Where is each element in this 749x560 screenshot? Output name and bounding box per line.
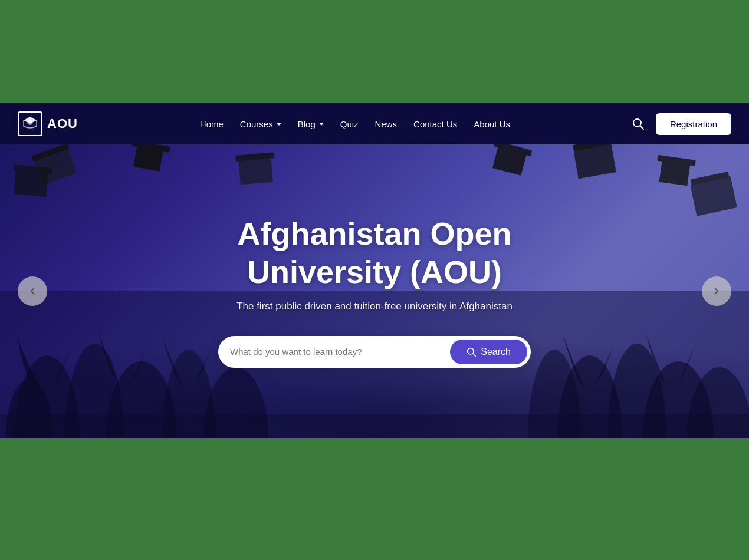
arrow-left-icon [27, 286, 38, 297]
bottom-chrome-area [0, 438, 749, 560]
nav-link-home[interactable]: Home [200, 119, 224, 129]
navbar-right: Registration [632, 113, 731, 135]
hero-search-bar: Search [218, 336, 531, 368]
carousel-next-button[interactable] [702, 276, 731, 306]
nav-link-about[interactable]: About Us [474, 119, 510, 129]
nav-link-courses[interactable]: Courses [240, 119, 281, 129]
nav-item-news[interactable]: News [375, 119, 398, 129]
hero-subtitle: The first public driven and tuition-free… [150, 301, 599, 312]
nav-item-courses[interactable]: Courses [240, 119, 281, 129]
nav-link-contact[interactable]: Contact Us [413, 119, 457, 129]
logo-text: AOU [47, 116, 78, 131]
search-button-icon [467, 347, 476, 357]
hero-content: Afghanistan Open University (AOU) The fi… [139, 215, 610, 368]
svg-line-16 [473, 354, 475, 356]
nav-item-home[interactable]: Home [200, 119, 224, 129]
logo-icon [18, 111, 42, 136]
nav-link-blog[interactable]: Blog [298, 119, 324, 129]
hero-section: Afghanistan Open University (AOU) The fi… [0, 144, 749, 438]
hero-title: Afghanistan Open University (AOU) [150, 215, 599, 291]
svg-point-0 [28, 120, 32, 123]
nav-item-quiz[interactable]: Quiz [340, 119, 359, 129]
logo-link[interactable]: AOU [18, 111, 78, 136]
navbar-search-button[interactable] [632, 118, 644, 130]
nav-item-about[interactable]: About Us [474, 119, 510, 129]
hero-search-input[interactable] [230, 342, 450, 361]
nav-link-quiz[interactable]: Quiz [340, 119, 359, 129]
svg-line-2 [640, 126, 643, 130]
registration-button[interactable]: Registration [656, 113, 731, 135]
chevron-down-icon [319, 123, 324, 126]
nav-item-blog[interactable]: Blog [298, 119, 324, 129]
arrow-right-icon [711, 286, 722, 297]
chevron-down-icon [277, 123, 281, 126]
top-chrome-area [0, 0, 749, 103]
nav-item-contact[interactable]: Contact Us [413, 119, 457, 129]
carousel-prev-button[interactable] [18, 276, 47, 306]
main-navbar: AOU Home Courses Blog Quiz [0, 103, 749, 144]
hero-search-button[interactable]: Search [450, 340, 527, 364]
search-icon [632, 118, 644, 130]
svg-rect-14 [0, 414, 749, 438]
nav-link-news[interactable]: News [375, 119, 398, 129]
nav-menu: Home Courses Blog Quiz News [200, 119, 510, 129]
